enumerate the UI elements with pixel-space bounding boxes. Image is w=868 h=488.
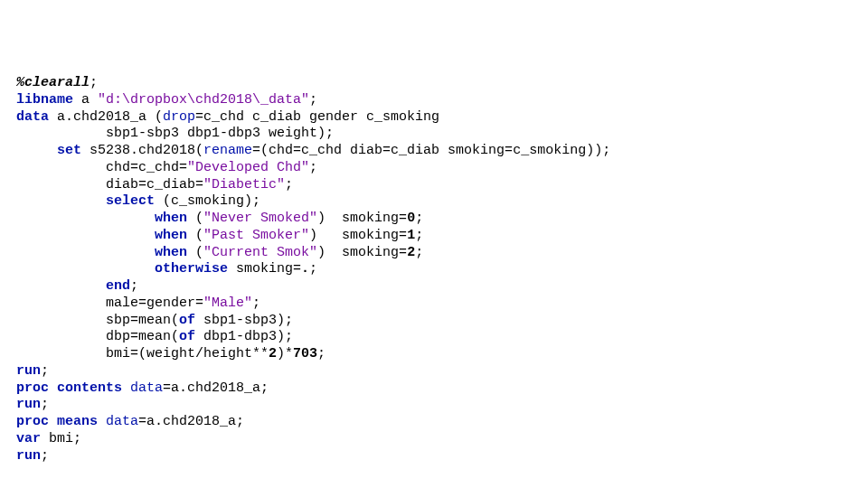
opt-rename: rename [203,143,252,158]
line-7: diab=c_diab="Diabetic"; [16,177,293,192]
line-16: dbp=mean(of dbp1-dbp3); [16,329,293,344]
kw-when: when [155,245,187,260]
line-3: data a.chd2018_a (drop=c_chd c_diab gend… [16,109,439,125]
path-string: "d:\dropbox\chd2018\_data" [98,92,309,108]
kw-of: of [179,329,195,344]
line-11: when ("Current Smok") smoking=2; [16,245,423,260]
line-13: end; [16,278,138,294]
line-19: proc contents data=a.chd2018_a; [16,380,269,396]
macro-call: %clearall [16,75,90,90]
kw-set: set [57,143,81,158]
kw-data: data [16,109,49,125]
line-10: when ("Past Smoker") smoking=1; [16,228,423,243]
kw-proc: proc [16,414,49,429]
kw-run: run [16,448,41,464]
kw-run: run [16,397,41,412]
line-2: libname a "d:\dropbox\chd2018\_data"; [16,92,317,108]
kw-var: var [16,431,41,446]
line-6: chd=c_chd="Developed Chd"; [16,160,317,175]
line-9: when ("Never Smoked") smoking=0; [16,211,423,226]
line-8: select (c_smoking); [16,193,260,209]
kw-libname: libname [16,92,73,108]
kw-of: of [179,313,195,328]
line-23: run; [16,448,49,464]
line-15: sbp=mean(of sbp1-sbp3); [16,313,293,328]
line-17: bmi=(weight/height**2)*703; [16,346,326,361]
kw-means: means [57,414,98,429]
line-18: run; [16,363,49,379]
kw-end: end [106,278,130,294]
kw-otherwise: otherwise [155,261,228,277]
kw-when: when [155,211,187,226]
kw-contents: contents [57,380,122,396]
line-14: male=gender="Male"; [16,296,260,311]
line-4: sbp1-sbp3 dbp1-dbp3 weight); [16,126,334,141]
kw-when: when [155,228,187,243]
kw-proc: proc [16,380,49,396]
line-1: %clearall; [16,75,98,90]
opt-data: data [130,380,163,396]
line-22: var bmi; [16,431,81,446]
line-12: otherwise smoking=.; [16,261,317,277]
line-5: set s5238.chd2018(rename=(chd=c_chd diab… [16,143,610,158]
opt-drop: drop [163,109,195,125]
sas-code-block: %clearall; libname a "d:\dropbox\chd2018… [16,75,852,465]
kw-run: run [16,363,41,379]
line-21: proc means data=a.chd2018_a; [16,414,244,429]
line-20: run; [16,397,49,412]
opt-data: data [106,414,138,429]
kw-select: select [106,193,155,209]
